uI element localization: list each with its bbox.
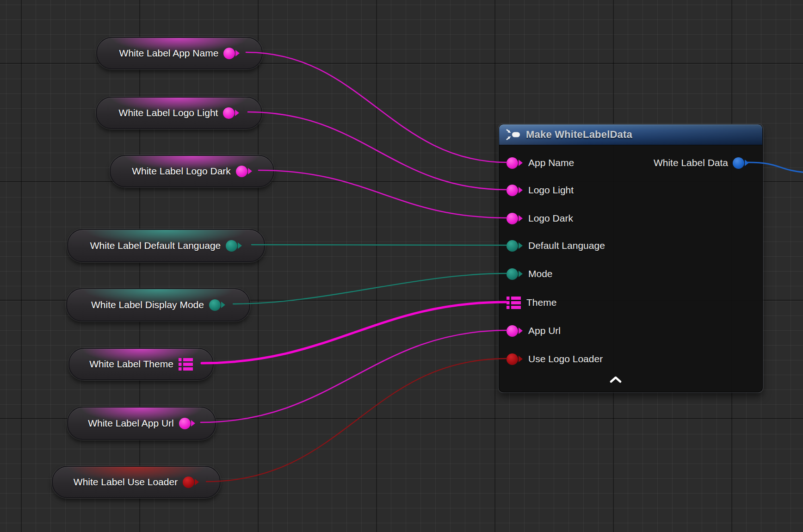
make-whitelabeldata-node[interactable]: Make WhiteLabelData App Name Logo Light …	[499, 124, 763, 392]
var-node-white-label-display-mode[interactable]: White Label Display Mode	[66, 288, 250, 322]
string-pin-icon[interactable]	[223, 48, 240, 59]
make-struct-icon	[505, 128, 521, 141]
input-pin-row-app-url[interactable]: App Url	[507, 324, 561, 337]
node-title: Make WhiteLabelData	[526, 129, 632, 141]
var-node-white-label-app-url[interactable]: White Label App Url	[67, 407, 216, 440]
struct-pin-icon[interactable]	[179, 358, 193, 371]
pin-label: Mode	[528, 268, 553, 279]
enum-pin-icon[interactable]	[226, 240, 242, 252]
wire-app-url[interactable]	[201, 330, 507, 422]
var-node-label: White Label Logo Dark	[132, 166, 231, 177]
string-pin-icon[interactable]	[236, 166, 252, 177]
struct-output-pin-icon[interactable]	[733, 157, 749, 169]
string-pin-icon[interactable]	[223, 107, 239, 119]
var-node-label: White Label App Name	[119, 48, 219, 59]
struct-pin-icon[interactable]	[507, 297, 521, 309]
pin-label: Logo Dark	[528, 213, 573, 224]
string-pin-icon[interactable]	[507, 157, 523, 169]
var-node-label: White Label Theme	[89, 359, 173, 370]
var-node-white-label-logo-light[interactable]: White Label Logo Light	[96, 97, 262, 129]
blueprint-graph-canvas[interactable]: Make WhiteLabelData App Name Logo Light …	[0, 0, 803, 532]
enum-pin-icon[interactable]	[209, 299, 225, 311]
pin-label: App Url	[528, 325, 561, 336]
var-node-label: White Label App Url	[88, 418, 174, 429]
pin-label: Default Language	[528, 240, 605, 251]
var-node-label: White Label Default Language	[90, 240, 221, 251]
enum-pin-icon[interactable]	[507, 268, 523, 280]
var-node-white-label-logo-dark[interactable]: White Label Logo Dark	[110, 155, 274, 187]
string-pin-icon[interactable]	[179, 418, 195, 429]
var-node-white-label-app-name[interactable]: White Label App Name	[96, 37, 263, 69]
enum-pin-icon[interactable]	[507, 240, 523, 252]
pin-label: Logo Light	[528, 185, 574, 196]
var-node-label: White Label Use Loader	[74, 476, 178, 488]
input-pin-row-logo-light[interactable]: Logo Light	[507, 184, 574, 197]
var-node-label: White Label Logo Light	[119, 107, 218, 118]
wire-logo-dark[interactable]	[259, 170, 507, 218]
var-node-white-label-default-language[interactable]: White Label Default Language	[67, 229, 265, 262]
string-pin-icon[interactable]	[507, 185, 523, 196]
var-node-white-label-theme[interactable]: White Label Theme	[68, 348, 214, 380]
pin-label: Theme	[526, 297, 556, 308]
output-pin-row-white-label-data[interactable]: White Label Data	[654, 156, 749, 169]
wire-default-language[interactable]	[252, 245, 507, 245]
input-pin-row-theme[interactable]: Theme	[507, 296, 556, 309]
input-pin-row-logo-dark[interactable]: Logo Dark	[507, 212, 573, 225]
input-pin-row-app-name[interactable]: App Name	[507, 156, 574, 169]
collapse-pins-button[interactable]	[610, 376, 622, 383]
node-header[interactable]: Make WhiteLabelData	[499, 124, 762, 145]
wire-display-mode[interactable]	[233, 273, 507, 304]
boolean-pin-icon[interactable]	[507, 353, 523, 365]
string-pin-icon[interactable]	[507, 213, 523, 224]
chevron-up-icon	[610, 376, 622, 383]
input-pin-row-mode[interactable]: Mode	[507, 267, 553, 280]
boolean-pin-icon[interactable]	[183, 476, 199, 488]
wire-logo-light[interactable]	[248, 112, 507, 190]
input-pin-row-use-logo-loader[interactable]: Use Logo Loader	[507, 353, 603, 365]
pin-label: White Label Data	[654, 157, 728, 168]
pin-label: Use Logo Loader	[528, 353, 603, 365]
var-node-label: White Label Display Mode	[91, 299, 204, 310]
wire-app-name[interactable]	[246, 52, 507, 162]
string-pin-icon[interactable]	[507, 325, 523, 337]
var-node-white-label-use-loader[interactable]: White Label Use Loader	[52, 466, 221, 498]
wire-use-loader[interactable]	[206, 359, 507, 482]
input-pin-row-default-language[interactable]: Default Language	[507, 239, 605, 252]
pin-label: App Name	[528, 157, 574, 168]
